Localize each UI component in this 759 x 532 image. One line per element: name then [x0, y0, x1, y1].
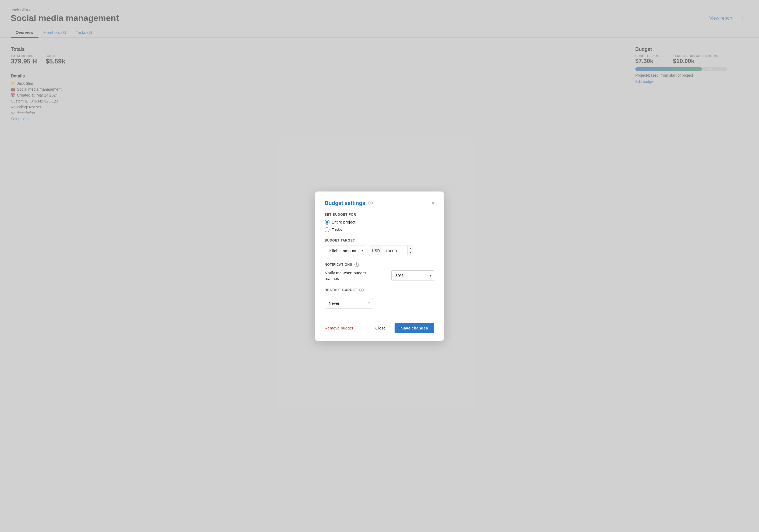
- stepper-up-button[interactable]: ▲: [408, 246, 414, 251]
- budget-type-select[interactable]: Billable amount Cost amount Hours: [325, 246, 366, 256]
- modal-title: Budget settings ?: [325, 200, 373, 206]
- notifications-section: NOTIFICATIONS ? Notify me when budget re…: [325, 263, 434, 281]
- notify-pct-dropdown-wrapper: 50% 60% 70% 80% 90% 100% ▾: [391, 270, 434, 281]
- restart-dropdown-wrapper: Never Monthly Quarterly Yearly ▾: [325, 298, 373, 308]
- modal-info-icon: ?: [369, 201, 373, 205]
- radio-tasks[interactable]: Tasks: [325, 227, 434, 232]
- amount-stepper: ▲ ▼: [407, 246, 414, 255]
- budget-type-dropdown-wrapper: Billable amount Cost amount Hours ▾: [325, 246, 366, 256]
- restart-budget-section: RESTART BUDGET ? Never Monthly Quarterly…: [325, 288, 434, 308]
- restart-select[interactable]: Never Monthly Quarterly Yearly: [325, 298, 373, 308]
- close-button[interactable]: Close: [370, 323, 391, 333]
- notify-pct-select[interactable]: 50% 60% 70% 80% 90% 100%: [391, 270, 434, 281]
- amount-input[interactable]: [383, 246, 407, 256]
- notifications-label: NOTIFICATIONS ?: [325, 263, 434, 267]
- restart-budget-label: RESTART BUDGET ?: [325, 288, 434, 292]
- remove-budget-button[interactable]: Remove budget: [325, 326, 353, 330]
- restart-info-icon: ?: [359, 288, 364, 292]
- modal-close-button[interactable]: ×: [431, 200, 434, 206]
- radio-entire-project[interactable]: Entire project: [325, 220, 434, 225]
- set-budget-for-label: SET BUDGET FOR: [325, 213, 434, 217]
- budget-for-radio-group: Entire project Tasks: [325, 220, 434, 232]
- modal-footer: Remove budget Close Save changes: [325, 317, 434, 333]
- modal-overlay: Budget settings ? × SET BUDGET FOR Entir…: [0, 0, 759, 532]
- currency-label: USD: [369, 246, 383, 256]
- save-changes-button[interactable]: Save changes: [395, 323, 434, 333]
- stepper-down-button[interactable]: ▼: [408, 251, 414, 255]
- budget-settings-modal: Budget settings ? × SET BUDGET FOR Entir…: [315, 191, 444, 341]
- notify-text: Notify me when budget reaches: [325, 270, 373, 281]
- notifications-info-icon: ?: [354, 263, 359, 267]
- amount-group: USD ▲ ▼: [369, 246, 414, 256]
- budget-target-label: BUDGET TARGET: [325, 239, 434, 242]
- budget-target-section: BUDGET TARGET Billable amount Cost amoun…: [325, 239, 434, 256]
